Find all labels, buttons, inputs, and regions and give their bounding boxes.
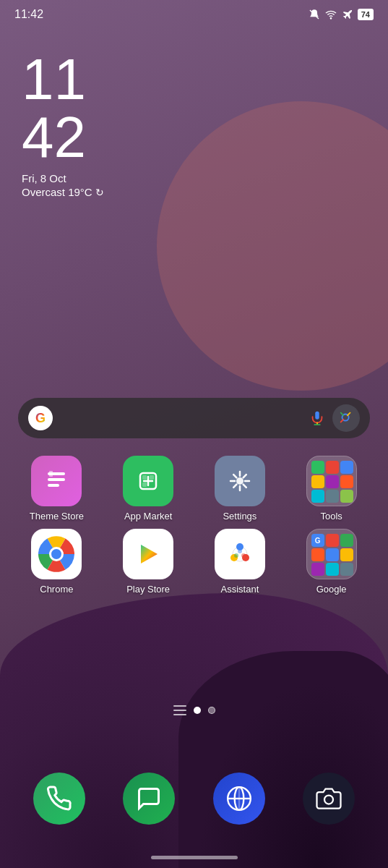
svg-line-19 <box>233 475 236 477</box>
dock <box>0 773 388 825</box>
clock-widget: 11 42 Fri, 8 Oct Overcast 19°C ↻ <box>22 51 104 198</box>
theme-store-label: Theme Store <box>30 511 84 522</box>
status-time: 11:42 <box>14 8 43 21</box>
tools-folder-icon <box>306 456 357 506</box>
svg-point-34 <box>241 553 246 558</box>
search-lens-button[interactable] <box>332 404 360 432</box>
app-appmarket[interactable]: App Market <box>108 456 188 522</box>
clock-weather: Overcast 19°C ↻ <box>22 186 104 198</box>
page-dot-inactive[interactable] <box>208 707 215 714</box>
refresh-icon[interactable]: ↻ <box>95 187 104 198</box>
svg-rect-11 <box>142 475 147 480</box>
svg-point-28 <box>223 537 257 571</box>
clock-minute: 42 <box>22 109 104 166</box>
theme-store-icon <box>31 456 82 506</box>
svg-rect-8 <box>48 484 59 487</box>
app-grid: Theme Store App Market <box>0 456 388 602</box>
status-icons: 74 <box>309 9 374 20</box>
app-row-2: Chrome Play Store <box>11 529 377 595</box>
wifi-icon <box>324 9 337 20</box>
dock-camera[interactable] <box>303 773 355 825</box>
app-row-1: Theme Store App Market <box>11 456 377 522</box>
tools-label: Tools <box>320 511 342 522</box>
clock-date: Fri, 8 Oct <box>22 172 104 184</box>
page-dot-active[interactable] <box>194 707 201 714</box>
chrome-label: Chrome <box>40 584 73 595</box>
svg-line-21 <box>243 475 246 477</box>
svg-point-35 <box>234 553 238 558</box>
dock-messages[interactable] <box>123 773 175 825</box>
svg-line-22 <box>233 485 236 488</box>
appmarket-label: App Market <box>124 511 172 522</box>
google-folder-icon: G <box>306 529 357 579</box>
svg-line-20 <box>243 485 246 488</box>
svg-rect-12 <box>150 475 154 480</box>
dock-phone[interactable] <box>33 773 85 825</box>
svg-rect-7 <box>48 478 65 481</box>
svg-rect-13 <box>142 482 147 487</box>
app-theme-store[interactable]: Theme Store <box>17 456 96 522</box>
assistant-icon <box>215 529 265 579</box>
playstore-icon <box>123 529 173 579</box>
chrome-icon <box>31 529 82 579</box>
search-mic-button[interactable] <box>305 406 329 430</box>
app-chrome[interactable]: Chrome <box>17 529 96 595</box>
svg-point-33 <box>238 549 242 553</box>
battery-level: 74 <box>358 9 374 20</box>
airplane-icon <box>342 9 353 20</box>
clock-hour: 11 <box>22 51 104 109</box>
assistant-label: Assistant <box>221 584 259 595</box>
search-bar[interactable]: G <box>18 398 370 438</box>
svg-point-25 <box>51 549 61 559</box>
svg-point-40 <box>324 796 333 804</box>
app-google-folder[interactable]: G Google <box>292 529 371 595</box>
google-g-logo: G <box>28 406 53 430</box>
app-settings[interactable]: Settings <box>200 456 280 522</box>
settings-label: Settings <box>223 511 256 522</box>
appmarket-icon <box>123 456 173 506</box>
page-indicator-list <box>173 705 186 715</box>
status-bar: 11:42 74 <box>0 0 388 29</box>
app-playstore[interactable]: Play Store <box>108 529 188 595</box>
muted-icon <box>309 9 320 20</box>
dock-browser[interactable] <box>213 773 265 825</box>
svg-rect-2 <box>315 412 319 420</box>
playstore-label: Play Store <box>126 584 170 595</box>
google-folder-label: Google <box>316 584 347 595</box>
settings-icon <box>215 456 265 506</box>
page-dots <box>0 705 388 715</box>
app-assistant[interactable]: Assistant <box>200 529 280 595</box>
home-indicator[interactable] <box>151 856 238 859</box>
app-tools-folder[interactable]: Tools <box>292 456 371 522</box>
svg-point-14 <box>236 477 243 485</box>
svg-rect-9 <box>49 471 53 477</box>
mountain-shape-2 <box>178 651 388 868</box>
svg-point-1 <box>330 18 331 19</box>
